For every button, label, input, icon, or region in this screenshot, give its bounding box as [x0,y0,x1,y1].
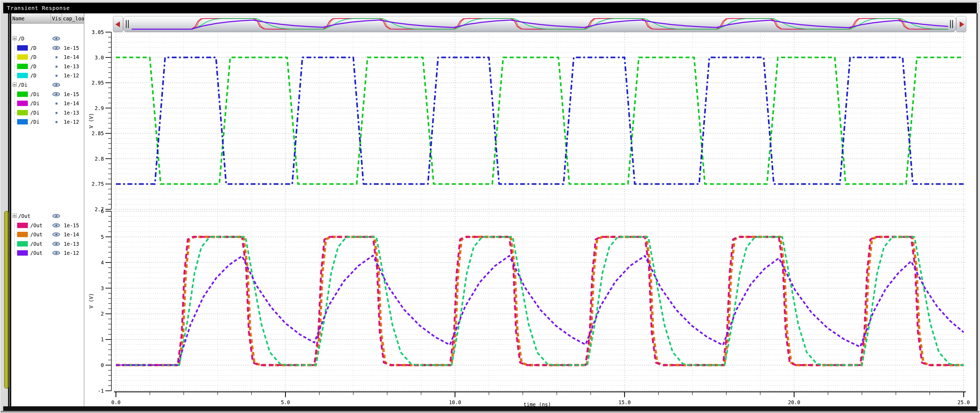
visibility-eye-icon[interactable] [52,223,60,228]
color-swatch[interactable] [17,250,28,256]
content-area [11,13,977,406]
visibility-eye-icon[interactable] [52,251,60,255]
visibility-eye-icon[interactable] [52,92,60,97]
color-swatch[interactable] [17,119,28,124]
subwindow-strip-handle[interactable] [4,211,9,389]
window-title: Transient Response [3,3,977,13]
cap-load-value: 1e-13 [64,64,79,69]
signal-label: /Di [30,119,39,125]
cap-load-value: 1e-13 [64,241,79,247]
visibility-dot-icon[interactable] [56,75,57,77]
bottom-plot-y-axis-title: V (V) [88,293,94,308]
signal-label: /D [30,73,37,78]
cap-load-value: 1e-12 [64,250,79,256]
visibility-eye-icon[interactable] [52,214,60,218]
signal-group-label: /D [18,36,24,41]
signal-label: /Out [30,222,43,228]
visibility-dot-icon[interactable] [56,121,57,123]
bottom-inner-border [3,406,978,411]
collapse-expander-icon[interactable] [13,83,17,86]
scroll-right-arrow-icon [960,21,964,27]
cap-load-value: 1e-15 [64,91,79,97]
signal-row[interactable]: /Out1e-13 [11,239,84,248]
visibility-eye-icon[interactable] [52,83,60,87]
signal-label: /Di [30,91,39,97]
signal-row[interactable]: /Out1e-12 [11,248,84,257]
color-swatch[interactable] [17,241,28,246]
signal-row[interactable]: /Di1e-14 [11,99,84,108]
visibility-eye-icon[interactable] [52,232,60,237]
signal-row[interactable]: /D1e-12 [11,71,84,80]
signal-row[interactable]: /Out1e-15 [11,221,84,230]
cap-load-value: 1e-12 [64,119,79,125]
strip-right-grip-icon[interactable] [950,20,951,28]
scroll-left-button[interactable] [113,16,123,32]
signal-group-label: /Di [18,82,27,88]
signal-label: /Out [30,232,43,237]
visibility-eye-icon[interactable] [52,36,60,41]
signal-label: /Out [30,250,43,256]
cap-load-value: 1e-14 [64,54,79,60]
scroll-right-button[interactable] [956,16,966,32]
x-axis-title: time (ns) [523,402,551,407]
visibility-eye-icon[interactable] [52,241,60,246]
signal-label: /Out [30,241,43,247]
column-header-cap-load: cap_load [62,13,84,24]
sidebar-divider[interactable] [84,13,84,406]
signal-label: /D [30,64,37,69]
signal-row[interactable]: /D1e-15 [11,43,84,52]
signal-row[interactable]: /Out1e-14 [11,230,84,239]
visibility-dot-icon[interactable] [56,65,57,68]
top-plot-y-axis-title: V (V) [88,113,94,128]
color-swatch[interactable] [17,73,28,78]
visibility-eye-icon[interactable] [52,46,60,50]
signal-label: /D [30,54,37,60]
color-swatch[interactable] [17,54,28,60]
visibility-dot-icon[interactable] [56,103,57,105]
bottom-frame [0,411,980,413]
signal-tree: /D/D1e-15/D1e-14/D1e-13/D1e-12/Di/Di1e-1… [11,24,84,406]
signal-group-row[interactable]: /Di [11,80,84,89]
visibility-dot-icon[interactable] [56,56,57,58]
color-swatch[interactable] [17,92,28,97]
column-header-vis: Vis [51,13,62,24]
collapse-expander-icon[interactable] [13,36,17,40]
strip-left-grip-icon[interactable] [126,20,127,28]
signal-group-row[interactable]: /D [11,34,84,43]
color-swatch[interactable] [17,64,28,69]
color-swatch[interactable] [17,110,28,115]
visibility-dot-icon[interactable] [56,112,57,114]
strip-right-grip-icon[interactable] [952,20,953,28]
signal-row[interactable]: /D1e-14 [11,52,84,62]
signal-label: /D [30,45,37,51]
signal-row[interactable]: /Di1e-12 [11,117,84,126]
cap-load-value: 1e-15 [64,45,79,51]
cap-load-value: 1e-14 [64,100,79,106]
cap-load-value: 1e-14 [64,232,79,237]
color-swatch[interactable] [17,223,28,228]
scroll-left-arrow-icon [115,21,120,27]
signal-row[interactable]: /Di1e-15 [11,90,84,99]
signal-row[interactable]: /Di1e-13 [11,108,84,117]
signal-group-row[interactable]: /Out [11,211,84,221]
signal-label: /Di [30,100,39,106]
color-swatch[interactable] [17,45,28,51]
waveform-window: Transient Response Name Vis cap_load /D/… [0,0,980,413]
overview-scroll-strip[interactable] [123,16,956,32]
signal-group-label: /Out [18,213,30,219]
signal-label: /Di [30,110,39,116]
signal-row[interactable]: /D1e-13 [11,62,84,71]
color-swatch[interactable] [17,232,28,237]
column-header-name: Name [11,13,51,24]
signal-table-header: Name Vis cap_load [11,13,84,24]
cap-load-value: 1e-13 [64,110,79,116]
collapse-expander-icon[interactable] [13,214,17,218]
strip-left-grip-icon[interactable] [128,20,129,28]
cap-load-value: 1e-15 [64,222,79,228]
right-inner-border [977,13,978,411]
cap-load-value: 1e-12 [64,73,79,78]
color-swatch[interactable] [17,101,28,106]
